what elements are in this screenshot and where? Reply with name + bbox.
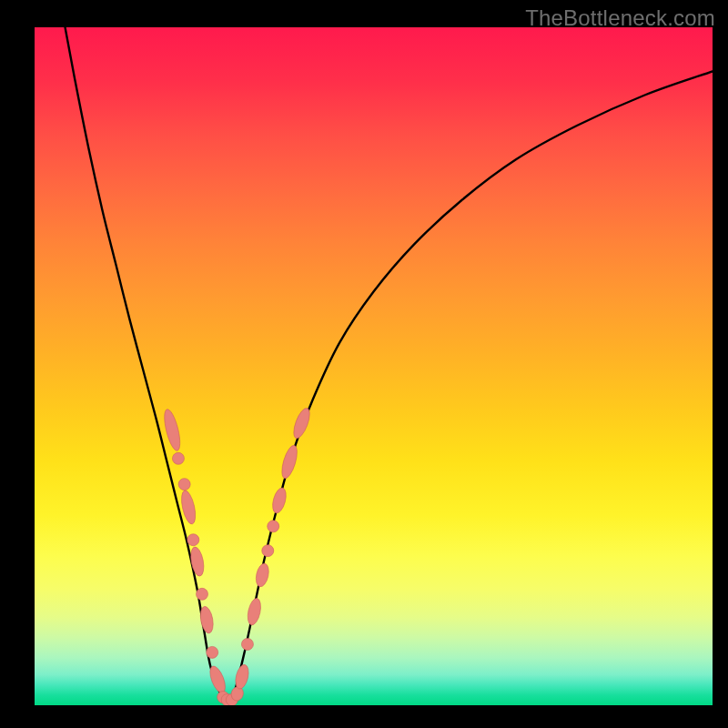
data-marker <box>187 534 199 546</box>
chart-stage: TheBottleneck.com <box>0 0 728 728</box>
left-curve <box>66 27 228 705</box>
data-marker <box>172 452 184 464</box>
data-marker <box>188 546 206 577</box>
data-markers <box>161 406 313 705</box>
data-marker <box>290 406 312 440</box>
data-marker <box>270 487 288 515</box>
data-marker <box>178 479 190 490</box>
right-curve <box>228 71 713 705</box>
chart-svg <box>35 27 713 705</box>
data-marker <box>161 408 183 452</box>
data-marker <box>207 646 218 658</box>
data-marker <box>241 638 253 650</box>
data-marker <box>197 588 208 600</box>
data-marker <box>279 444 300 480</box>
data-marker <box>268 521 279 532</box>
data-marker <box>254 562 270 588</box>
plot-area <box>35 27 713 705</box>
data-marker <box>246 597 263 626</box>
data-marker <box>262 545 274 557</box>
